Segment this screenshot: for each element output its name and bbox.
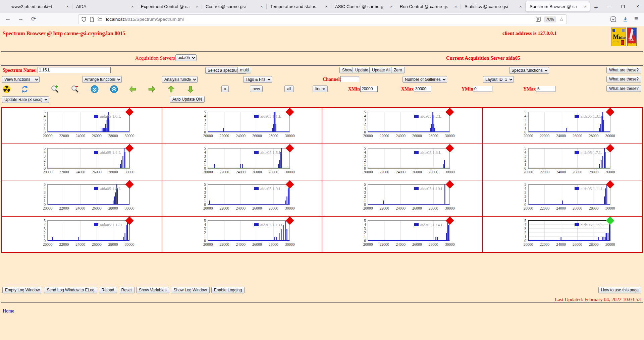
spectrum-cell[interactable]: 012345200002200024000260002800030000aida… [322, 217, 482, 252]
linear-button[interactable]: linear [313, 86, 328, 92]
show-log-window-button[interactable]: Show Log Window [171, 287, 209, 293]
ymin-input[interactable] [473, 86, 492, 92]
tab-close-icon[interactable]: × [389, 4, 393, 9]
star-icon[interactable]: ☆ [559, 16, 564, 22]
what-are-these-button[interactable]: What are these? [606, 67, 641, 73]
browser-tab[interactable]: ASIC Control @ carme-g× [331, 1, 396, 11]
spectra-functions-dropdown[interactable]: Spectra functions [509, 67, 549, 74]
spectrum-cell[interactable]: 012345200002200024000260002800030000aida… [162, 217, 322, 252]
number-of-galleries-dropdown[interactable]: Number of Galleries [402, 76, 447, 83]
spectrum-cell[interactable]: 012345200002200024000260002800030000aida… [2, 144, 162, 180]
spectrum-plot[interactable]: 012345200002200024000260002800030000aida… [30, 218, 158, 250]
browser-tab[interactable]: Statistics @ carme-gsi× [461, 1, 525, 11]
arrange-functions-dropdown[interactable]: Arrange functions [82, 76, 122, 83]
spectrum-cell[interactable]: 012345200002200024000260002800030000aida… [322, 108, 482, 144]
spectrum-plot[interactable]: 012345200002200024000260002800030000aida… [191, 146, 318, 178]
update-all-button[interactable]: Update All [369, 67, 393, 73]
zoom-in-icon[interactable] [51, 85, 59, 93]
tab-close-icon[interactable]: × [583, 4, 587, 9]
tags-fits-dropdown[interactable]: Tags & Fits [243, 76, 272, 83]
spectrum-plot[interactable]: 012345200002200024000260002800030000aida… [351, 146, 478, 178]
spectrum-cell[interactable]: 012345200002200024000260002800030000aida… [162, 144, 322, 180]
spectrum-cell[interactable]: 012345200002200024000260002800030000aida… [483, 180, 642, 216]
all-button[interactable]: all [284, 86, 294, 92]
radiation-icon[interactable] [3, 85, 11, 93]
how-to-use-button[interactable]: How to use this page [598, 287, 641, 293]
arrow-left-icon[interactable] [129, 85, 137, 93]
spectrum-cell[interactable]: 012345200002200024000260002800030000aida… [322, 180, 482, 216]
browser-tab[interactable]: Spectrum Browser @ ca× [525, 1, 590, 12]
spectrum-plot[interactable]: 012345200002200024000260002800030000aida… [511, 218, 638, 250]
acquisition-server-select[interactable]: aida05 [175, 54, 197, 61]
spectrum-cell[interactable]: 012345200002200024000260002800030000aida… [483, 144, 642, 180]
arrow-down-icon[interactable] [186, 85, 195, 93]
spectrum-name-input[interactable] [38, 67, 111, 73]
reload-button[interactable]: Reload [99, 287, 117, 293]
tab-close-icon[interactable]: × [130, 4, 134, 9]
shield-icon[interactable] [81, 17, 87, 22]
xmin-input[interactable] [360, 86, 378, 92]
update-rate-dropdown[interactable]: Update Rate (8 secs) [2, 96, 49, 103]
tab-close-icon[interactable]: × [65, 4, 69, 9]
spectrum-plot[interactable]: 012345200002200024000260002800030000aida… [30, 182, 158, 214]
channel-input[interactable] [340, 76, 359, 82]
empty-log-window-button[interactable]: Empty Log Window [2, 287, 42, 293]
zoom-level-badge[interactable]: 70% [544, 16, 556, 22]
reload-icon[interactable]: ⟳ [30, 15, 38, 22]
reader-icon[interactable] [536, 17, 541, 22]
spectrum-plot[interactable]: 012345200002200024000260002800030000aida… [351, 218, 478, 250]
download-icon[interactable] [623, 16, 628, 22]
xmax-input[interactable] [414, 86, 431, 92]
spectrum-plot[interactable]: 012345200002200024000260002800030000aida… [511, 109, 638, 141]
multi-button[interactable]: multi [237, 67, 251, 73]
scroll-up-icon[interactable] [110, 85, 118, 93]
tab-close-icon[interactable]: × [195, 4, 199, 9]
new-button[interactable]: new [250, 86, 263, 92]
spectrum-cell[interactable]: 012345200002200024000260002800030000aida… [322, 144, 482, 180]
menu-icon[interactable]: ≡ [634, 15, 638, 22]
reset-button[interactable]: Reset [119, 287, 135, 293]
layout-id-dropdown[interactable]: Layout ID=1 [483, 76, 514, 83]
spectrum-plot[interactable]: 012345200002200024000260002800030000aida… [191, 109, 318, 141]
spectrum-plot[interactable]: 012345200002200024000260002800030000aida… [30, 146, 158, 178]
spectrum-cell[interactable]: 012345200002200024000260002800030000aida… [2, 217, 162, 252]
spectrum-cell[interactable]: 012345200002200024000260002800030000aida… [162, 108, 322, 144]
auto-update-button[interactable]: Auto Update ON [170, 96, 205, 103]
spectrum-plot[interactable]: 012345200002200024000260002800030000aida… [511, 182, 638, 214]
scroll-down-icon[interactable] [91, 85, 99, 93]
arrow-up-icon[interactable] [167, 85, 175, 93]
enable-logging-button[interactable]: Enable Logging [211, 287, 245, 293]
spectrum-plot[interactable]: 012345200002200024000260002800030000aida… [191, 182, 318, 214]
tab-close-icon[interactable]: × [324, 4, 328, 9]
browser-tab[interactable]: Control @ carme-gsi× [202, 1, 266, 11]
show-variables-button[interactable]: Show Variables [136, 287, 169, 293]
spectrum-cell[interactable]: 012345200002200024000260002800030000aida… [2, 108, 162, 144]
window-close-button[interactable]: × [635, 4, 641, 9]
tab-close-icon[interactable]: × [454, 4, 458, 9]
browser-tab[interactable]: Experiment Control @ ca× [137, 1, 202, 11]
what-are-these-button[interactable]: What are these? [606, 85, 641, 92]
spectrum-plot[interactable]: 012345200002200024000260002800030000aida… [511, 146, 638, 178]
tab-close-icon[interactable]: × [260, 4, 264, 9]
x-button[interactable]: x [221, 86, 229, 92]
spectrum-plot[interactable]: 012345200002200024000260002800030000aida… [191, 218, 318, 250]
back-icon[interactable]: ← [4, 15, 12, 22]
spectrum-cell[interactable]: 012345200002200024000260002800030000aida… [2, 180, 162, 216]
analysis-functions-dropdown[interactable]: Analysis functions [162, 76, 198, 83]
refresh-icon[interactable] [21, 85, 29, 93]
browser-tab[interactable]: Run Control @ carme-gs× [396, 1, 461, 11]
zero-button[interactable]: Zero [391, 67, 405, 73]
view-functions-dropdown[interactable]: View functions [2, 76, 40, 83]
url-bar[interactable]: localhost:8015/Spectrum/Spectrum.tml 70%… [78, 14, 567, 24]
update-button[interactable]: Update [353, 67, 371, 73]
tab-close-icon[interactable]: × [519, 4, 523, 9]
spectrum-cell[interactable]: 012345200002200024000260002800030000aida… [162, 180, 322, 216]
send-log-window-to-elog-button[interactable]: Send Log Window to ELog [44, 287, 97, 293]
browser-tab[interactable]: www2.ph.ed.ac.uk/~t× [7, 1, 72, 11]
home-link[interactable]: Home [3, 308, 14, 314]
url-text[interactable]: localhost:8015/Spectrum/Spectrum.tml [106, 17, 536, 22]
arrow-right-icon[interactable] [148, 85, 156, 93]
browser-tab[interactable]: Temperature and status× [266, 1, 331, 11]
forward-icon[interactable]: → [17, 15, 25, 22]
new-tab-button[interactable]: + [590, 3, 602, 13]
